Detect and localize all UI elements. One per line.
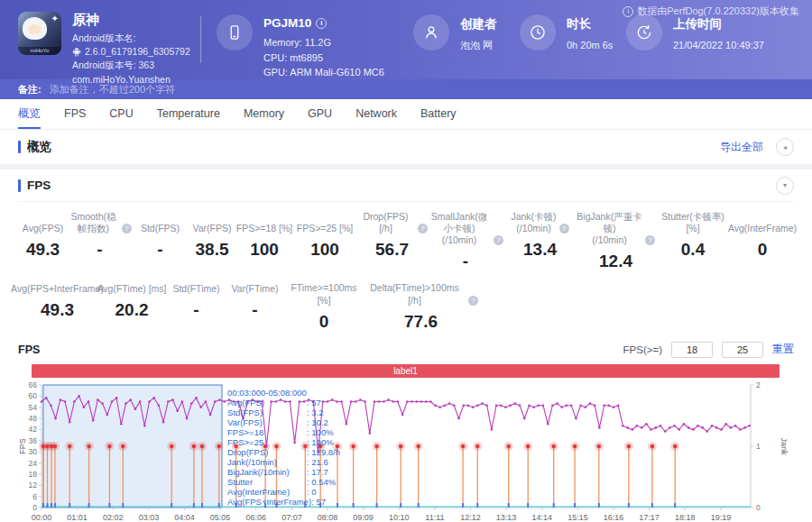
- stat-metric: FTime>=100ms [%]0: [284, 282, 364, 331]
- help-icon[interactable]: [559, 224, 569, 234]
- svg-text:Avg(InterFrame): Avg(InterFrame): [227, 487, 290, 497]
- svg-text:08:08: 08:08: [318, 513, 338, 522]
- stat-value: -: [428, 252, 503, 271]
- stat-label: Std(FTime): [172, 283, 219, 295]
- stat-metric: FPS>=25 [%]100: [293, 211, 356, 271]
- svg-text:15:15: 15:15: [567, 513, 588, 522]
- stat-label: Avg(FPS+InterFrame): [11, 283, 104, 295]
- svg-text:07:07: 07:07: [281, 513, 302, 522]
- phone-icon: [226, 23, 244, 42]
- tab-memory[interactable]: Memory: [244, 99, 284, 129]
- svg-text:Stutter: Stutter: [227, 477, 253, 487]
- svg-text:24: 24: [29, 458, 38, 467]
- help-icon[interactable]: [494, 235, 503, 245]
- svg-text:14:14: 14:14: [531, 513, 552, 522]
- fps-threshold-input-2[interactable]: [722, 342, 763, 358]
- clock-icon: [529, 23, 547, 41]
- svg-text:: 10.2: : 10.2: [307, 417, 328, 427]
- svg-text:09:09: 09:09: [353, 513, 374, 522]
- svg-text:: 57: : 57: [307, 398, 321, 408]
- svg-text:13:13: 13:13: [496, 513, 517, 522]
- stat-value: 49.3: [18, 240, 68, 260]
- stat-label: Var(FPS): [193, 223, 232, 234]
- collapse-fps-button[interactable]: [776, 177, 794, 195]
- help-icon[interactable]: [122, 224, 132, 234]
- svg-text:: 0: : 0: [307, 487, 317, 497]
- device-card: PGJM10 Memory: 11.2G CPU: mt6895 GPU: AR…: [217, 14, 384, 80]
- collapse-panel-button[interactable]: [776, 138, 794, 156]
- svg-text:FPS: FPS: [18, 438, 27, 454]
- help-icon[interactable]: [645, 235, 655, 245]
- app-icon-art-face: [28, 24, 42, 34]
- chart-marker-label[interactable]: label1: [32, 364, 780, 378]
- stat-label: FTime>=100ms [%]: [284, 282, 364, 306]
- help-icon[interactable]: [418, 224, 428, 234]
- stat-label: Drop(FPS) [/h]: [356, 211, 415, 234]
- stat-label: SmallJank(微小卡顿) (/10min): [428, 211, 491, 246]
- stat-value: -: [226, 300, 284, 320]
- svg-text:11:11: 11:11: [425, 513, 444, 522]
- stat-label: Avg(FTime) [ms]: [97, 283, 166, 295]
- fps-stats-row-2: Avg(FPS+InterFrame)49.3Avg(FTime) [ms]20…: [0, 282, 812, 331]
- svg-text:FPS>=25: FPS>=25: [227, 437, 263, 447]
- tab-battery[interactable]: Battery: [420, 99, 457, 129]
- stat-metric: Avg(FTime) [ms]20.2: [97, 282, 167, 331]
- creator-label: 创建者: [460, 16, 497, 32]
- duration-label: 时长: [567, 16, 613, 32]
- stat-value: 0.4: [655, 240, 731, 260]
- fps-threshold-input-1[interactable]: [671, 342, 713, 358]
- export-all-link[interactable]: 导出全部: [720, 140, 763, 155]
- tab-overview[interactable]: 概览: [18, 99, 41, 129]
- stat-metric: Delta(FTime)>100ms [/h]77.6: [364, 282, 478, 331]
- device-info-icon[interactable]: [316, 18, 327, 29]
- upload-label: 上传时间: [673, 16, 764, 32]
- creator-card: 创建者 泡泡 网: [413, 14, 497, 53]
- svg-text:Var(FPS): Var(FPS): [227, 417, 263, 427]
- fps-stats-row-1: Avg(FPS)49.3Smooth(稳帧指数)-Std(FPS)-Var(FP…: [0, 211, 812, 271]
- stat-metric: SmallJank(微小卡顿) (/10min)-: [428, 211, 503, 271]
- stat-label: Avg(InterFrame): [728, 223, 797, 234]
- stat-label: Var(FTime): [232, 283, 279, 295]
- tab-bar: 概览FPSCPUTemperatureMemoryGPUNetworkBatte…: [0, 99, 812, 130]
- device-model: PGJM10: [263, 16, 311, 30]
- tab-temperature[interactable]: Temperature: [157, 99, 220, 129]
- svg-text:BigJank(/10min): BigJank(/10min): [227, 467, 290, 477]
- svg-text:: 100%: : 100%: [307, 427, 334, 437]
- stat-metric: Std(FPS)-: [132, 211, 189, 271]
- help-icon[interactable]: [468, 296, 478, 306]
- header-divider: [200, 16, 201, 63]
- stat-label: Jank(卡顿) (/10min): [511, 211, 556, 234]
- fps-section-header: FPS: [18, 169, 794, 202]
- svg-text:60: 60: [29, 391, 38, 400]
- svg-text:17:17: 17:17: [639, 513, 660, 522]
- stat-value: 49.3: [18, 300, 97, 320]
- device-gpu: GPU: ARM Mali-G610 MC6: [263, 65, 384, 80]
- stat-value: -: [68, 240, 132, 260]
- app-package: com.miHoYo.Yuanshen: [72, 73, 190, 87]
- stat-label: BigJank(严重卡顿) (/10min): [577, 211, 642, 246]
- overview-title: 概览: [18, 139, 51, 155]
- reset-link[interactable]: 重置: [772, 342, 794, 357]
- svg-text:00:03:000-05:08:000: 00:03:000-05:08:000: [227, 388, 307, 398]
- stat-value: 13.4: [503, 240, 577, 260]
- report-header: 数据由PerfDog(7.0.220332)版本收集 miHoYo 原神 And…: [0, 0, 812, 79]
- stat-value: -: [132, 240, 189, 260]
- svg-text:1: 1: [756, 442, 761, 451]
- stat-metric: Avg(FPS+InterFrame)49.3: [18, 282, 97, 331]
- svg-text:: 57: : 57: [311, 497, 326, 507]
- stat-metric: Jank(卡顿) (/10min)13.4: [503, 211, 577, 271]
- tab-network[interactable]: Network: [355, 99, 397, 129]
- tab-fps[interactable]: FPS: [64, 99, 86, 129]
- stat-metric: BigJank(严重卡顿) (/10min)12.4: [577, 211, 655, 271]
- stat-metric: Std(FTime)-: [167, 282, 226, 331]
- svg-text:2: 2: [756, 380, 761, 389]
- tab-gpu[interactable]: GPU: [308, 99, 332, 129]
- fps-chart[interactable]: 061218243036424854606601200:0001:0102:02…: [18, 380, 794, 522]
- fps-chart-block: FPS FPS(>=) 重置 label1 061218243036424854…: [0, 341, 812, 522]
- stat-value: 77.6: [364, 312, 478, 332]
- svg-text:Avg(FPS): Avg(FPS): [227, 398, 264, 408]
- stat-metric: Var(FTime)-: [226, 282, 284, 331]
- stat-label: Smooth(稳帧指数): [68, 211, 119, 234]
- svg-text:30: 30: [29, 447, 38, 456]
- tab-cpu[interactable]: CPU: [109, 99, 133, 129]
